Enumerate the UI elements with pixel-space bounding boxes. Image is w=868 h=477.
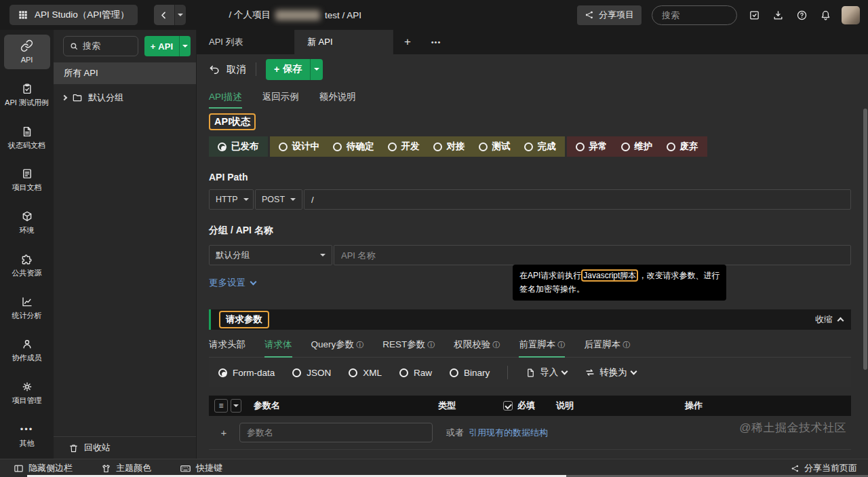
form-tab-response-example[interactable]: 返回示例: [262, 91, 299, 109]
status-option-designing[interactable]: 设计中: [272, 136, 327, 157]
param-tab-query-params[interactable]: Query参数 ⓘ: [311, 339, 364, 358]
protocol-select[interactable]: HTTP: [209, 189, 254, 210]
release-task-icon[interactable]: [743, 5, 766, 25]
status-option-maintenance[interactable]: 维护: [614, 136, 660, 157]
back-button[interactable]: [154, 5, 174, 25]
help-icon[interactable]: [790, 5, 814, 25]
tab-overflow-menu-button[interactable]: •••: [422, 30, 450, 54]
recycle-bin-button[interactable]: 回收站: [54, 436, 196, 459]
body-type-json[interactable]: JSON: [292, 368, 331, 378]
radio-icon: [333, 142, 342, 151]
import-body-button[interactable]: 导入: [526, 366, 567, 379]
body-type-label: Binary: [464, 368, 490, 378]
radio-icon: [279, 142, 288, 151]
sidebar-item-status-code-docs[interactable]: 状态码文档: [4, 121, 50, 155]
sidebar-toggle-icon: [14, 463, 24, 474]
sidebar-item-api[interactable]: API: [4, 35, 50, 69]
param-tab-rest-params[interactable]: REST参数 ⓘ: [382, 339, 435, 358]
status-option-integrating[interactable]: 对接: [427, 136, 472, 157]
form-tab-extra-notes[interactable]: 额外说明: [319, 91, 356, 109]
status-option-developing[interactable]: 开发: [381, 136, 427, 157]
sidebar-item-environment[interactable]: 环境: [4, 206, 50, 240]
status-option-deprecated[interactable]: 废弃: [660, 136, 705, 157]
body-type-binary[interactable]: Binary: [450, 368, 490, 378]
column-settings-dropdown[interactable]: [231, 399, 241, 413]
tree-item-all-api[interactable]: 所有 API: [54, 62, 196, 84]
tab-new-api[interactable]: 新 API: [295, 30, 393, 54]
status-option-completed[interactable]: 完成: [517, 136, 563, 157]
user-avatar[interactable]: [842, 6, 860, 24]
convert-to-button[interactable]: 转换为: [585, 366, 636, 379]
tab-api-list[interactable]: API 列表: [197, 30, 295, 54]
vertical-scrollbar[interactable]: [863, 109, 867, 370]
body-type-raw[interactable]: Raw: [399, 368, 432, 378]
api-name-input[interactable]: [334, 245, 851, 265]
status-option-pending[interactable]: 待确定: [326, 136, 381, 157]
watermark: @稀土掘金技术社区: [739, 420, 846, 436]
status-option-abnormal[interactable]: 异常: [569, 136, 614, 157]
param-tab-request-body[interactable]: 请求体: [264, 339, 292, 358]
body-type-row: Form-data JSON XML Raw Binary: [209, 358, 851, 387]
status-option-label: 开发: [401, 140, 420, 153]
save-options-dropdown[interactable]: [310, 59, 323, 80]
request-params-collapse-button[interactable]: 收缩: [815, 313, 843, 326]
sidebar-item-project-management[interactable]: 项目管理: [4, 376, 50, 410]
param-name-input[interactable]: [239, 423, 433, 442]
sidebar-item-members[interactable]: 协作成员: [4, 333, 50, 367]
breadcrumb[interactable]: / 个人项目 test / API: [229, 9, 362, 21]
global-search-input[interactable]: [652, 5, 737, 25]
app-menu-button[interactable]: API Studio（API管理）: [9, 5, 138, 25]
stats-chart-icon: [21, 296, 33, 308]
param-tab-request-headers[interactable]: 请求头部: [209, 339, 245, 358]
sidebar-item-other[interactable]: ••• 其他: [4, 419, 50, 453]
share-icon: [791, 464, 800, 473]
top-bar: API Studio（API管理） / 个人项目 test / API 分享项目: [0, 0, 868, 30]
tree-toolbar: 搜索 + API: [54, 30, 196, 62]
method-select[interactable]: POST: [255, 189, 302, 210]
api-path-input[interactable]: [304, 189, 851, 210]
download-icon[interactable]: [766, 5, 790, 25]
add-api-dropdown[interactable]: [179, 36, 191, 56]
back-history-dropdown[interactable]: [174, 5, 186, 25]
tree-search-input[interactable]: 搜索: [63, 36, 138, 56]
group-select[interactable]: 默认分组: [209, 245, 332, 265]
sidebar-item-api-test-cases[interactable]: API 测试用例: [4, 78, 50, 112]
tooltip-text: 在API请求前执行: [519, 271, 581, 280]
radio-icon: [433, 142, 442, 151]
column-settings-button[interactable]: ≡: [214, 399, 228, 413]
required-all-checkbox[interactable]: [503, 401, 513, 411]
add-api-button[interactable]: + API: [144, 36, 179, 56]
hide-sidebar-button[interactable]: 隐藏侧边栏: [14, 462, 73, 474]
share-page-label: 分享当前页面: [804, 462, 857, 474]
share-current-page-button[interactable]: 分享当前页面: [791, 462, 857, 474]
group-api-name-label: 分组 / API 名称: [209, 225, 851, 237]
sidebar-item-statistics[interactable]: 统计分析: [4, 291, 50, 325]
status-option-testing[interactable]: 测试: [472, 136, 517, 157]
share-project-button[interactable]: 分享项目: [577, 5, 642, 25]
param-tab-auth-validation[interactable]: 权限校验 ⓘ: [454, 339, 500, 358]
param-tab-post-script[interactable]: 后置脚本 ⓘ: [584, 339, 630, 358]
hide-sidebar-label: 隐藏侧边栏: [28, 462, 73, 474]
shortcuts-button[interactable]: 快捷键: [180, 462, 222, 474]
undo-icon: [209, 64, 220, 75]
reference-data-structure-link[interactable]: 引用现有的数据结构: [469, 427, 548, 439]
sidebar-item-project-docs[interactable]: 项目文档: [4, 163, 50, 197]
theme-color-button[interactable]: 主题颜色: [101, 462, 151, 474]
body-type-xml[interactable]: XML: [349, 368, 382, 378]
param-tab-pre-script[interactable]: 前置脚本 ⓘ: [519, 339, 565, 358]
members-icon: [21, 338, 33, 350]
status-option-published[interactable]: 已发布: [211, 136, 266, 157]
notifications-bell-icon[interactable]: [814, 5, 837, 25]
body-row-divider: [507, 366, 508, 379]
save-button[interactable]: + 保存: [266, 59, 310, 80]
more-settings-link[interactable]: 更多设置: [209, 277, 256, 289]
sidebar-item-shared-resources[interactable]: 公共资源: [4, 248, 50, 282]
body-type-form-data[interactable]: Form-data: [218, 368, 275, 378]
cancel-button[interactable]: 取消: [209, 63, 246, 76]
tree-item-default-group[interactable]: 默认分组: [54, 84, 196, 111]
add-param-button[interactable]: +: [217, 427, 231, 438]
param-tab-label: 请求体: [264, 339, 292, 351]
body-type-label: Form-data: [233, 368, 275, 378]
form-tab-api-description[interactable]: API描述: [209, 91, 242, 109]
new-tab-button[interactable]: +: [393, 30, 422, 54]
